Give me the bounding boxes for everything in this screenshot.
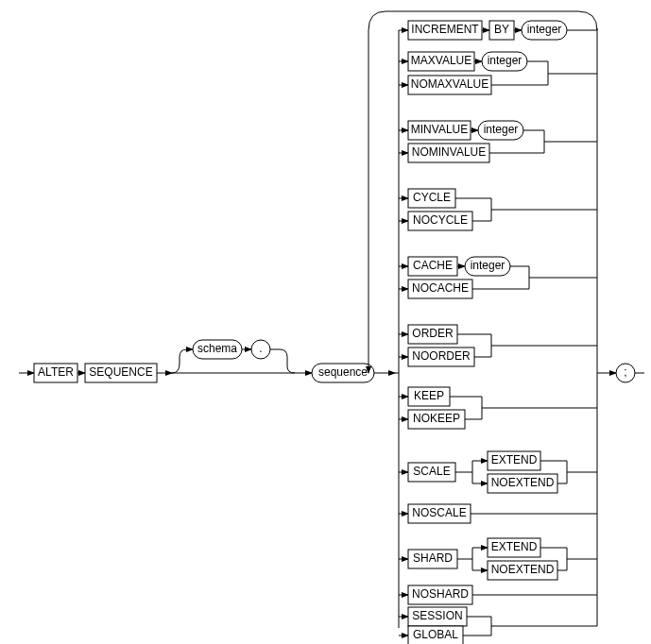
integer-param-2: integer: [488, 54, 523, 67]
schema-param: schema: [197, 342, 237, 355]
order-keyword: ORDER: [412, 327, 454, 340]
shard-keyword: SHARD: [413, 551, 453, 565]
global-keyword: GLOBAL: [413, 628, 458, 641]
cycle-keyword: CYCLE: [413, 191, 451, 204]
scale-keyword: SCALE: [413, 465, 450, 478]
noorder-keyword: NOORDER: [412, 349, 471, 363]
sequence-param: sequence: [318, 365, 368, 379]
by-keyword: BY: [494, 23, 509, 36]
semicolon: ;: [624, 365, 626, 379]
increment-keyword: INCREMENT: [411, 23, 479, 36]
sequence-keyword: SEQUENCE: [89, 365, 152, 379]
noextend-keyword-2: NOEXTEND: [491, 563, 555, 576]
maxvalue-keyword: MAXVALUE: [411, 54, 471, 67]
minvalue-keyword: MINVALUE: [411, 123, 468, 136]
extend-keyword-1: EXTEND: [491, 453, 538, 466]
syntax-diagram: ALTER SEQUENCE schema . sequence ; INCRE…: [0, 0, 651, 644]
nominvalue-keyword: NOMINVALUE: [412, 145, 486, 159]
integer-param-4: integer: [471, 259, 505, 272]
nocycle-keyword: NOCYCLE: [413, 213, 468, 227]
integer-param-3: integer: [484, 123, 519, 136]
dot: .: [259, 342, 262, 355]
noshard-keyword: NOSHARD: [412, 587, 469, 601]
cache-keyword: CACHE: [413, 259, 453, 272]
nomaxvalue-keyword: NOMAXVALUE: [411, 77, 488, 91]
alter-keyword: ALTER: [38, 365, 74, 379]
noscale-keyword: NOSCALE: [412, 506, 466, 519]
session-keyword: SESSION: [412, 609, 462, 622]
extend-keyword-2: EXTEND: [491, 540, 538, 553]
nokeep-keyword: NOKEEP: [413, 412, 460, 425]
integer-param-1: integer: [527, 23, 562, 36]
keep-keyword: KEEP: [414, 389, 444, 402]
noextend-keyword-1: NOEXTEND: [491, 476, 555, 489]
nocache-keyword: NOCACHE: [412, 281, 469, 295]
